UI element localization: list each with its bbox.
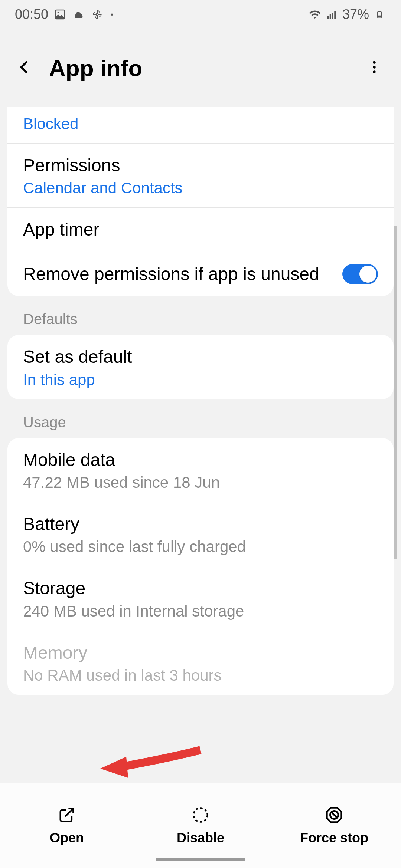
status-bar: 00:50 • 37% [0, 0, 401, 29]
memory-item[interactable]: Memory No RAM used in last 3 hours [7, 631, 394, 695]
set-as-default-item[interactable]: Set as default In this app [7, 335, 394, 399]
svg-rect-9 [378, 16, 381, 17]
remove-permissions-title: Remove permissions if app is unused [23, 263, 342, 286]
force-stop-button[interactable]: Force stop [267, 783, 401, 868]
image-icon [53, 8, 67, 21]
arrow-annotation [97, 746, 208, 785]
disable-button[interactable]: Disable [134, 783, 267, 868]
remove-permissions-item[interactable]: Remove permissions if app is unused [7, 252, 394, 296]
dot-icon: • [111, 10, 113, 19]
bottom-action-bar: Open Disable Force stop [0, 783, 401, 868]
cloud-icon [72, 8, 85, 21]
svg-point-2 [96, 13, 98, 15]
disable-icon [190, 805, 211, 825]
svg-rect-6 [334, 11, 336, 19]
pinwheel-icon [91, 8, 104, 21]
svg-rect-5 [332, 13, 333, 19]
permissions-item[interactable]: Permissions Calendar and Contacts [7, 144, 394, 208]
memory-sub: No RAM used in last 3 hours [23, 667, 378, 684]
battery-item[interactable]: Battery 0% used since last fully charged [7, 502, 394, 566]
app-header: App info [0, 29, 401, 107]
open-label: Open [50, 830, 84, 846]
set-as-default-sub: In this app [23, 371, 378, 389]
svg-line-18 [331, 812, 337, 818]
app-timer-title: App timer [23, 218, 378, 241]
status-time: 00:50 [15, 7, 48, 22]
battery-icon [373, 8, 386, 21]
scroll-indicator[interactable] [394, 226, 397, 559]
memory-title: Memory [23, 641, 378, 664]
disable-label: Disable [177, 830, 224, 846]
force-stop-icon [324, 805, 344, 825]
nav-pill[interactable] [156, 858, 245, 861]
svg-marker-14 [100, 757, 128, 778]
permissions-sub: Calendar and Contacts [23, 179, 378, 197]
set-as-default-title: Set as default [23, 345, 378, 368]
svg-rect-3 [327, 16, 329, 19]
svg-rect-8 [378, 11, 381, 12]
svg-point-10 [373, 61, 375, 64]
wifi-icon [308, 8, 322, 21]
notifications-item[interactable]: Notifications Blocked [7, 107, 394, 144]
battery-sub: 0% used since last fully charged [23, 538, 378, 556]
battery-title: Battery [23, 513, 378, 536]
svg-point-12 [373, 70, 375, 73]
permissions-title: Permissions [23, 154, 378, 177]
storage-title: Storage [23, 577, 378, 600]
force-stop-label: Force stop [300, 830, 368, 846]
remove-permissions-toggle[interactable] [342, 264, 378, 284]
page-title: App info [49, 55, 142, 81]
svg-rect-4 [330, 14, 331, 19]
signal-icon [325, 8, 339, 21]
svg-point-11 [373, 66, 375, 68]
back-button[interactable] [15, 57, 34, 78]
mobile-data-sub: 47.22 MB used since 18 Jun [23, 474, 378, 491]
notifications-title: Notifications [23, 107, 378, 113]
storage-sub: 240 MB used in Internal storage [23, 602, 378, 620]
open-icon [57, 805, 77, 825]
app-timer-item[interactable]: App timer [7, 208, 394, 252]
battery-percent: 37% [342, 7, 369, 22]
usage-section-header: Usage [0, 399, 401, 438]
mobile-data-item[interactable]: Mobile data 47.22 MB used since 18 Jun [7, 438, 394, 502]
storage-item[interactable]: Storage 240 MB used in Internal storage [7, 566, 394, 631]
svg-point-15 [193, 808, 208, 822]
mobile-data-title: Mobile data [23, 448, 378, 471]
notifications-sub: Blocked [23, 115, 378, 133]
svg-point-1 [58, 12, 59, 13]
defaults-section-header: Defaults [0, 296, 401, 335]
more-options-button[interactable] [366, 59, 382, 77]
open-button[interactable]: Open [0, 783, 134, 868]
